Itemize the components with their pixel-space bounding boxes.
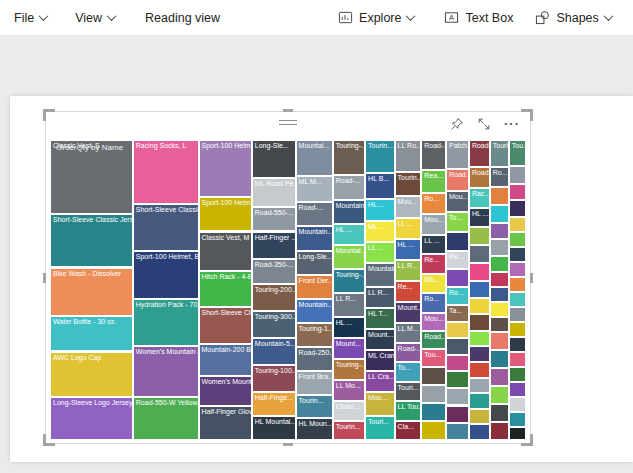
menu-shapes[interactable]: Shapes: [535, 10, 611, 25]
treemap-cell[interactable]: Long-Sle...: [252, 140, 296, 178]
treemap-cell[interactable]: Touri...: [395, 382, 422, 402]
treemap-cell[interactable]: Cla...: [395, 421, 422, 441]
treemap-cell[interactable]: [469, 409, 490, 425]
treemap-cell[interactable]: [509, 412, 526, 427]
treemap-cell[interactable]: Road-250...: [296, 347, 333, 371]
treemap-cell[interactable]: HL Mountai...: [252, 416, 296, 440]
treemap-cell[interactable]: [469, 245, 490, 263]
treemap-cell[interactable]: [421, 421, 446, 440]
treemap-cell[interactable]: Sport-100 Helmet, B...: [133, 251, 199, 299]
drag-handle-icon[interactable]: [279, 120, 297, 128]
pin-icon[interactable]: [450, 116, 464, 132]
treemap-cell[interactable]: Front Der...: [296, 275, 333, 299]
treemap-cell[interactable]: [509, 184, 526, 201]
treemap-cell[interactable]: [490, 302, 509, 317]
treemap-cell[interactable]: Touring-...: [333, 269, 365, 293]
treemap-cell[interactable]: [490, 404, 509, 422]
treemap-cell[interactable]: [469, 331, 490, 347]
treemap-cell[interactable]: [421, 403, 446, 421]
treemap-cell[interactable]: Bik...: [421, 274, 446, 294]
treemap-cell[interactable]: [446, 322, 469, 339]
menu-view[interactable]: View: [75, 11, 115, 25]
treemap-cell[interactable]: [469, 378, 490, 394]
menu-file[interactable]: File: [14, 11, 47, 25]
treemap-cell[interactable]: Mount...: [365, 329, 395, 350]
selection-handle-right[interactable]: [530, 273, 533, 283]
treemap-cell[interactable]: [490, 256, 509, 273]
treemap-cell[interactable]: ML Road Pe...: [252, 178, 296, 207]
treemap-cell[interactable]: Road-...: [395, 343, 422, 363]
treemap-cell[interactable]: LL R...: [365, 287, 395, 308]
treemap-cell[interactable]: Women's Mount...: [199, 376, 252, 406]
treemap-cell[interactable]: ML Cran...: [365, 350, 395, 371]
treemap-cell[interactable]: Half-Finger Glov...: [199, 406, 252, 440]
treemap-cell[interactable]: Re...: [446, 251, 469, 269]
treemap-cell[interactable]: [509, 367, 526, 382]
treemap-cell[interactable]: [421, 367, 446, 385]
treemap-cell[interactable]: Touri...: [365, 416, 395, 440]
treemap-cell[interactable]: ML ...: [365, 221, 395, 242]
treemap-cell[interactable]: LL ...: [395, 218, 422, 239]
treemap-cell[interactable]: [469, 393, 490, 409]
selection-handle-top[interactable]: [283, 109, 293, 112]
treemap-cell[interactable]: Tourin...: [296, 395, 333, 418]
treemap-cell[interactable]: Touri...: [490, 140, 509, 167]
treemap-cell[interactable]: HL ...: [395, 239, 422, 260]
treemap-cell[interactable]: [509, 427, 526, 441]
treemap-cell[interactable]: Classic Vest, M: [199, 232, 252, 272]
treemap-cell[interactable]: [446, 338, 469, 355]
treemap-cell[interactable]: [469, 281, 490, 298]
treemap-cell[interactable]: Mou...: [365, 392, 395, 416]
treemap-cell[interactable]: ML M...: [296, 176, 333, 202]
treemap-cell[interactable]: [469, 314, 490, 331]
treemap-cell[interactable]: [490, 287, 509, 302]
treemap-cell[interactable]: Patch...: [446, 140, 469, 169]
treemap-cell[interactable]: Mountai...: [333, 245, 365, 269]
treemap-cell[interactable]: Tou...: [421, 349, 446, 367]
treemap-cell[interactable]: Racing Socks, L: [133, 140, 199, 204]
treemap-cell[interactable]: HL ...: [333, 317, 365, 338]
treemap-cell[interactable]: Short-Sleeve Classic...: [133, 204, 199, 251]
treemap-cell[interactable]: LL Ro...: [395, 140, 422, 172]
menu-text-box[interactable]: A Text Box: [444, 10, 513, 25]
treemap-cell[interactable]: [509, 337, 526, 352]
treemap-cell[interactable]: Tourin...: [395, 172, 422, 196]
treemap-cell[interactable]: [509, 217, 526, 232]
treemap-cell[interactable]: Tourin...: [333, 421, 365, 441]
treemap-cell[interactable]: Ta...: [446, 305, 469, 322]
treemap-cell[interactable]: Road...: [469, 140, 490, 167]
treemap-cell[interactable]: [509, 397, 526, 412]
treemap-cell[interactable]: [446, 423, 469, 440]
treemap-cell[interactable]: HL ...: [365, 199, 395, 222]
treemap-cell[interactable]: Women's Mountain S...: [133, 346, 199, 397]
treemap-cell[interactable]: Chain...: [333, 401, 365, 421]
treemap-cell[interactable]: Road-550-W Yellow...: [133, 397, 199, 441]
treemap-cell[interactable]: [446, 355, 469, 372]
treemap-cell[interactable]: Mountain...: [333, 200, 365, 224]
treemap-cell[interactable]: Mou...: [421, 214, 446, 235]
treemap-cell[interactable]: Touring-1...: [296, 323, 333, 347]
treemap-cell[interactable]: Tou...: [509, 140, 526, 166]
menu-reading-view[interactable]: Reading view: [145, 11, 220, 25]
treemap-cell[interactable]: [490, 332, 509, 350]
treemap-cell[interactable]: To...: [395, 362, 422, 382]
treemap-cell[interactable]: Mountain...: [296, 299, 333, 323]
treemap-cell[interactable]: [490, 223, 509, 240]
treemap-cell[interactable]: [509, 382, 526, 397]
treemap-cell[interactable]: Short-Sleeve Classic Jerse...: [50, 214, 133, 267]
treemap-cell[interactable]: LL M...: [395, 323, 422, 343]
treemap-cell[interactable]: [490, 205, 509, 223]
treemap-cell[interactable]: [490, 422, 509, 440]
more-options-icon[interactable]: ···: [504, 116, 520, 132]
treemap-cell[interactable]: [509, 262, 526, 277]
treemap-cell[interactable]: Road-...: [421, 140, 446, 170]
treemap-cell[interactable]: Hitch Rack - 4-Bi...: [199, 271, 252, 307]
treemap-cell[interactable]: Mountai...: [296, 140, 333, 176]
treemap-cell[interactable]: [490, 350, 509, 368]
treemap-cell[interactable]: Front Bra...: [296, 371, 333, 395]
treemap-cell[interactable]: Long-Sleeve Logo Jersey, L: [50, 397, 133, 440]
treemap-cell[interactable]: Touring-...: [333, 359, 365, 380]
selection-handle-top-right[interactable]: [521, 109, 533, 121]
selection-handle-left[interactable]: [43, 273, 46, 283]
treemap-cell[interactable]: Sport-100 Helm...: [199, 197, 252, 232]
